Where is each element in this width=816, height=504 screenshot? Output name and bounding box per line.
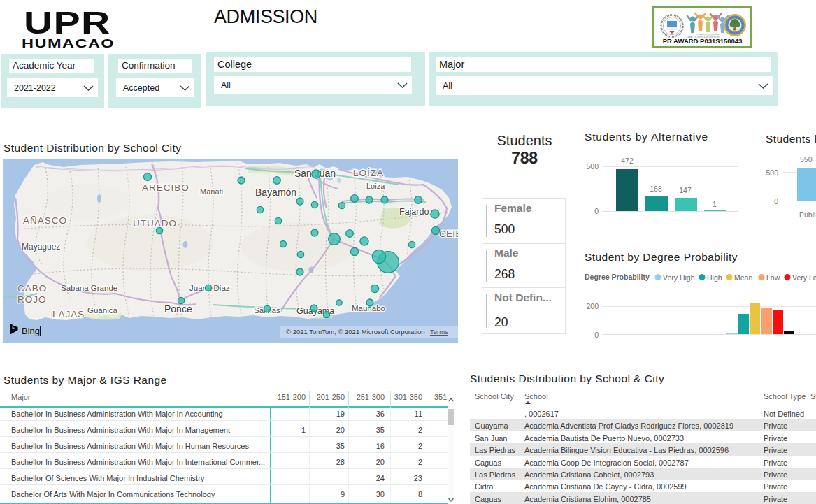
svg-text:ARECIBO: ARECIBO (142, 182, 189, 193)
svg-text:Ponce: Ponce (164, 303, 192, 315)
svg-text:LOÍZA: LOÍZA (353, 168, 384, 178)
svg-text:Guánica: Guánica (87, 306, 117, 315)
svg-text:Sabana Grande: Sabana Grande (61, 284, 117, 292)
svg-text:ROJO: ROJO (17, 294, 47, 305)
svg-text:UTUADO: UTUADO (133, 218, 177, 229)
svg-text:© 2021 TomTom, © 2021 Microsof: © 2021 TomTom, © 2021 Microsoft Corporat… (286, 328, 425, 336)
svg-text:Mean: Mean (734, 273, 752, 282)
svg-text:Fajardo: Fajardo (399, 207, 429, 217)
svg-text:CEIB: CEIB (439, 229, 458, 239)
svg-text:Terms: Terms (430, 328, 448, 336)
svg-text:AÑASCO: AÑASCO (23, 215, 67, 226)
svg-text:Bing: Bing (22, 326, 40, 336)
svg-text:Mayaguez: Mayaguez (22, 242, 60, 252)
svg-text:LAJAS: LAJAS (52, 309, 85, 319)
svg-text:Loiza: Loiza (366, 182, 385, 190)
svg-text:Very High: Very High (663, 273, 695, 282)
svg-text:Manati: Manati (200, 187, 223, 196)
svg-text:CABO: CABO (17, 283, 47, 294)
svg-text:High: High (707, 273, 722, 282)
svg-text:Low: Low (766, 273, 780, 282)
svg-text:Bayamón: Bayamón (255, 187, 296, 198)
svg-text:Very Lo: Very Lo (792, 273, 816, 282)
